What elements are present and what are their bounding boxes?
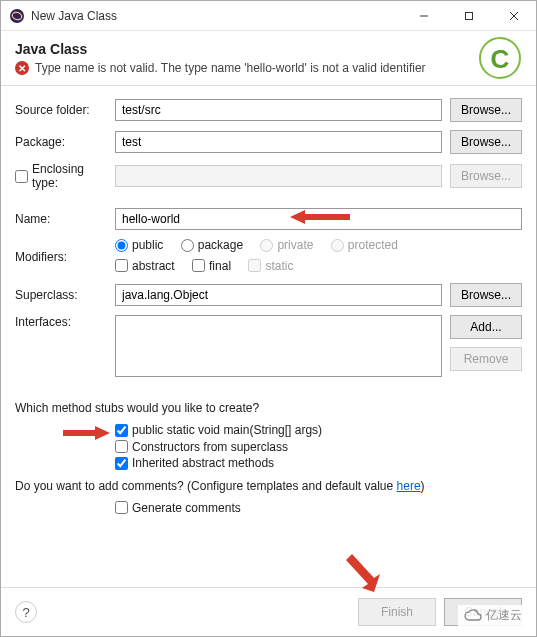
name-input[interactable] [115,208,522,230]
dialog-header: Java Class ✕ Type name is not valid. The… [1,31,536,86]
svg-marker-10 [63,426,110,440]
modifiers-label: Modifiers: [15,250,115,264]
stub-inherited-checkbox[interactable]: Inherited abstract methods [115,456,274,470]
error-text: Type name is not valid. The type name 'h… [35,61,426,75]
class-wizard-icon: C [478,36,522,80]
maximize-button[interactable] [446,1,491,31]
enclosing-type-input [115,165,442,187]
generate-comments-checkbox[interactable]: Generate comments [115,501,241,515]
enclosing-type-option: Enclosing type: [15,162,115,190]
superclass-label: Superclass: [15,288,115,302]
name-label: Name: [15,212,115,226]
source-folder-label: Source folder: [15,103,115,117]
package-label: Package: [15,135,115,149]
browse-package-button[interactable]: Browse... [450,130,522,154]
enclosing-type-checkbox[interactable] [15,170,28,183]
superclass-input[interactable] [115,284,442,306]
window-title: New Java Class [31,9,401,23]
interfaces-list[interactable] [115,315,442,377]
modifier-static: static [248,259,293,273]
modifier-final[interactable]: final [192,259,231,273]
modifier-private: private [260,238,313,252]
form-area: Source folder: Browse... Package: Browse… [1,86,536,587]
dialog-footer: ? Finish Cancel [1,587,536,636]
eclipse-icon [9,8,25,24]
add-interface-button[interactable]: Add... [450,315,522,339]
minimize-button[interactable] [401,1,446,31]
enclosing-type-label: Enclosing type: [32,162,101,190]
package-input[interactable] [115,131,442,153]
svg-text:C: C [491,44,510,74]
comments-question: Do you want to add comments? (Configure … [15,479,522,493]
dialog-heading: Java Class [15,41,522,57]
browse-source-button[interactable]: Browse... [450,98,522,122]
finish-button: Finish [358,598,436,626]
close-button[interactable] [491,1,536,31]
cloud-icon [464,609,482,623]
watermark: 亿速云 [458,605,528,626]
stub-main-checkbox[interactable]: public static void main(String[] args) [115,423,322,437]
stubs-question: Which method stubs would you like to cre… [15,401,522,415]
remove-interface-button: Remove [450,347,522,371]
interfaces-label: Interfaces: [15,315,115,329]
modifier-package[interactable]: package [181,238,243,252]
modifier-public[interactable]: public [115,238,163,252]
error-message: ✕ Type name is not valid. The type name … [15,61,522,75]
error-icon: ✕ [15,61,29,75]
configure-templates-link[interactable]: here [397,479,421,493]
browse-superclass-button[interactable]: Browse... [450,283,522,307]
annotation-arrow-main [60,421,115,445]
titlebar: New Java Class [1,1,536,31]
stub-constructors-checkbox[interactable]: Constructors from superclass [115,440,288,454]
browse-enclosing-button: Browse... [450,164,522,188]
help-button[interactable]: ? [15,601,37,623]
source-folder-input[interactable] [115,99,442,121]
modifier-protected: protected [331,238,398,252]
svg-rect-4 [465,12,472,19]
modifier-abstract[interactable]: abstract [115,259,175,273]
